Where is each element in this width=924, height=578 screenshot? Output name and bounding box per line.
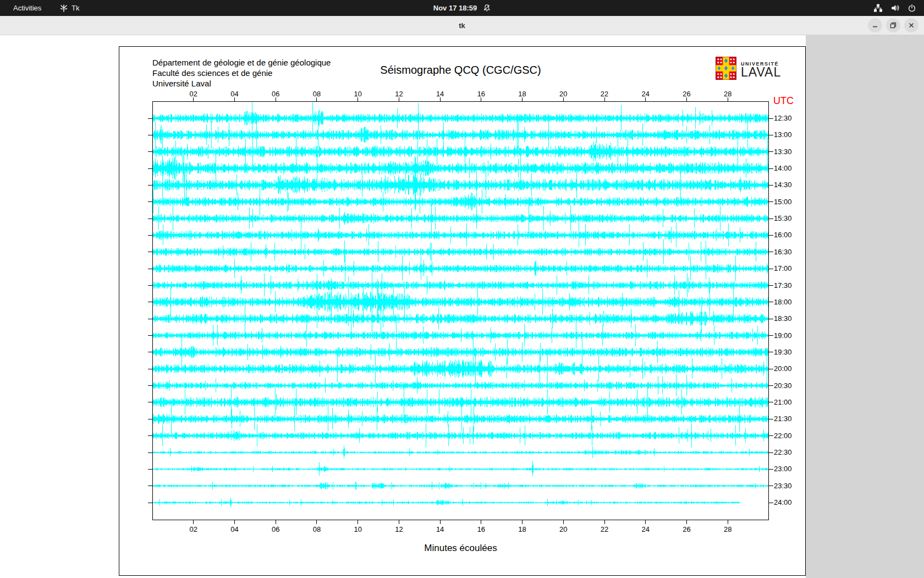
y-tick-right: [769, 435, 773, 436]
y-tick-right: [769, 235, 773, 236]
x-tick-top: [193, 97, 194, 101]
x-tick-top: [686, 97, 687, 101]
notifications-muted-bell-icon: [482, 4, 491, 12]
utc-time-label: 22:00: [774, 432, 792, 440]
utc-time-label: 16:30: [774, 248, 792, 256]
utc-time-label: 13:30: [774, 148, 792, 156]
y-tick-left: [148, 201, 152, 202]
clock-label: Nov 17 18:59: [433, 4, 477, 12]
y-tick-left: [148, 335, 152, 336]
y-tick-left: [148, 352, 152, 352]
clock-menu[interactable]: Nov 17 18:59: [433, 0, 491, 16]
x-tick-label-top: 20: [555, 90, 571, 98]
y-tick-right: [769, 118, 773, 119]
utc-time-label: 14:30: [774, 181, 792, 189]
x-tick-label-bottom: 22: [596, 525, 613, 533]
x-tick-label-bottom: 26: [679, 525, 695, 533]
laval-logo-laval: LAVAL: [741, 67, 781, 78]
x-tick-label-top: 18: [514, 90, 531, 98]
utc-time-label: 20:30: [774, 381, 792, 390]
focused-app-label: Tk: [72, 4, 79, 12]
close-icon: [908, 22, 915, 29]
wired-network-icon: [873, 3, 883, 13]
laval-logo-text: UNIVERSITÉ LAVAL: [741, 61, 781, 78]
y-tick-right: [769, 151, 773, 152]
y-tick-left: [148, 469, 152, 470]
x-tick-bottom: [316, 520, 317, 524]
y-tick-left: [148, 402, 152, 402]
x-tick-label-top: 26: [679, 90, 695, 98]
x-tick-bottom: [604, 520, 605, 524]
y-tick-left: [148, 252, 152, 252]
x-tick-bottom: [234, 520, 235, 524]
system-status-area[interactable]: [873, 0, 916, 16]
minimize-button[interactable]: [868, 18, 882, 32]
y-tick-left: [148, 369, 152, 369]
institution-line-3: Université Laval: [152, 78, 331, 89]
y-tick-left: [148, 419, 152, 419]
utc-time-label: 17:00: [774, 264, 792, 272]
y-tick-right: [769, 319, 773, 319]
x-tick-bottom: [522, 520, 522, 524]
y-tick-right: [769, 402, 773, 402]
x-tick-top: [728, 97, 728, 101]
desktop: Activities Tk Nov 17 18:59: [0, 0, 924, 578]
utc-time-label: 21:00: [774, 398, 792, 406]
utc-time-label: 23:30: [774, 482, 792, 490]
focused-app-indicator[interactable]: Tk: [59, 0, 79, 16]
y-tick-left: [148, 185, 152, 186]
y-tick-right: [769, 352, 773, 352]
plot-border: [152, 101, 769, 520]
x-tick-bottom: [728, 520, 728, 524]
window-title: tk: [0, 16, 924, 35]
y-tick-left: [148, 269, 152, 269]
x-tick-top: [276, 97, 276, 101]
y-tick-left: [148, 486, 152, 486]
y-tick-right: [769, 452, 773, 453]
x-tick-label-top: 22: [596, 90, 613, 98]
x-tick-top: [440, 97, 441, 101]
utc-time-label: 14:00: [774, 164, 792, 172]
minimize-icon: [872, 22, 878, 29]
chart-title: Séismographe QCQ (CGC/GSC): [152, 64, 769, 77]
tk-app-icon: [59, 4, 68, 13]
y-tick-right: [769, 486, 773, 486]
utc-time-label: 18:30: [774, 314, 792, 323]
window-titlebar[interactable]: tk: [0, 16, 924, 35]
y-tick-left: [148, 151, 152, 152]
x-tick-label-top: 16: [473, 90, 490, 98]
y-tick-left: [148, 435, 152, 436]
x-tick-label-top: 06: [267, 90, 284, 98]
tk-window-content: Département de géologie et de génie géol…: [0, 35, 924, 578]
x-tick-bottom: [440, 520, 441, 524]
close-button[interactable]: [904, 18, 919, 32]
x-tick-label-bottom: 04: [226, 525, 243, 533]
utc-time-label: 20:00: [774, 364, 792, 373]
gnome-top-bar: Activities Tk Nov 17 18:59: [0, 0, 924, 16]
x-tick-bottom: [358, 520, 358, 524]
x-tick-label-bottom: 02: [185, 525, 202, 533]
utc-time-label: 24:00: [774, 498, 792, 506]
utc-axis-label: UTC: [773, 95, 794, 107]
x-tick-top: [645, 97, 646, 101]
restore-button[interactable]: [886, 18, 900, 32]
volume-icon: [890, 3, 900, 13]
y-tick-left: [148, 168, 152, 169]
y-tick-right: [769, 385, 773, 386]
utc-time-label: 12:30: [774, 114, 792, 122]
x-tick-label-bottom: 14: [432, 525, 448, 533]
y-tick-right: [769, 469, 773, 470]
power-icon: [908, 4, 916, 13]
utc-time-label: 17:30: [774, 281, 792, 290]
x-tick-label-top: 12: [391, 90, 407, 98]
y-tick-right: [769, 369, 773, 369]
x-tick-bottom: [276, 520, 276, 524]
utc-time-label: 19:00: [774, 331, 792, 340]
x-tick-label-top: 04: [226, 90, 243, 98]
y-tick-left: [148, 302, 152, 302]
y-tick-left: [148, 135, 152, 135]
y-tick-right: [769, 503, 773, 503]
utc-time-label: 22:30: [774, 448, 792, 456]
y-tick-right: [769, 302, 773, 302]
activities-button[interactable]: Activities: [10, 0, 45, 16]
